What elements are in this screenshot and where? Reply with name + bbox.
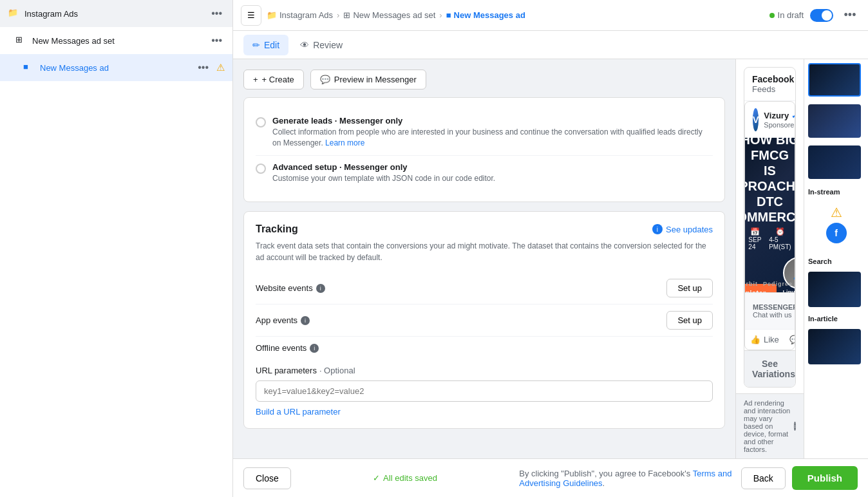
publish-button[interactable]: Publish (792, 466, 858, 490)
thumbnail-img-2 (808, 104, 861, 138)
website-events-label: Website events i (256, 283, 325, 293)
app-events-info-icon[interactable]: i (301, 316, 310, 325)
sponsor-logos: Mars Orbit Pedigree m&m's (745, 281, 795, 287)
chat-label: Chat with us (753, 311, 795, 319)
grid-icon: ⊞ (15, 35, 27, 46)
comment-action[interactable]: 💬 Comment (784, 330, 795, 350)
comment-icon: 💬 (789, 335, 795, 344)
learn-more-link[interactable]: Learn more (325, 138, 364, 147)
feed-label: Feeds (752, 84, 794, 94)
app-events-label: App events i (256, 315, 310, 325)
sidebar-item-ad[interactable]: ■ New Messages ad ••• ⚠ (0, 54, 232, 81)
back-button[interactable]: Back (741, 467, 786, 489)
radio-generate-leads[interactable] (256, 117, 266, 127)
preview-panel: Facebook Feeds ⤢ ••• (735, 59, 868, 458)
radio-desc: Collect information from people who are … (272, 127, 713, 149)
search-thumbnail-item[interactable] (804, 268, 868, 311)
sponsor-2: Orbit (745, 281, 758, 287)
calendar-icon: 📅 (750, 227, 760, 236)
offline-events-info-icon[interactable]: i (310, 344, 319, 353)
in-stream-label: In-stream (808, 188, 864, 196)
review-tab-icon: 👁 (300, 40, 309, 50)
fb-post-footer: 👍 Like 💬 Comment ↗ (745, 329, 795, 350)
top-nav: ☰ 📁 Instagram Ads › ⊞ New Messages ad se… (233, 0, 868, 31)
app-events-setup-button[interactable]: Set up (666, 311, 713, 330)
toggle-switch[interactable] (810, 9, 833, 22)
sidebar: 📁 Instagram Ads ••• ⊞ New Messages ad se… (0, 0, 233, 497)
nav-more-button[interactable]: ••• (840, 5, 860, 26)
radio-option-content: Generate leads · Messenger only Collect … (272, 116, 713, 149)
webinar-title: HOW BIG FMCGIS APPROACHINGDTC COMMERCE? (745, 138, 795, 225)
thumbnail-3[interactable] (804, 142, 868, 183)
article-thumbnail-item[interactable] (804, 325, 868, 368)
sidebar-item-instagram-ads[interactable]: 📁 Instagram Ads ••• (0, 0, 232, 27)
website-events-setup-button[interactable]: Set up (666, 279, 713, 297)
close-button[interactable]: Close (243, 467, 291, 489)
expand-preview-button[interactable]: ⤢ (794, 75, 796, 94)
search-section-label: Search (804, 254, 868, 268)
tracking-title: Tracking (256, 223, 298, 235)
tracking-card: Tracking i See updates Track event data … (243, 211, 725, 429)
breadcrumb-separator-2: › (439, 10, 442, 20)
url-params-section: URL parameters · Optional Build a URL pa… (256, 366, 713, 417)
radio-label: Generate leads · Messenger only (272, 116, 713, 126)
in-stream-section: In-stream ⚠ f (804, 183, 868, 254)
like-action[interactable]: 👍 Like (745, 330, 784, 350)
collapse-icon: ☰ (247, 10, 255, 20)
offline-events-label: Offline events i (256, 343, 713, 353)
see-updates-button[interactable]: i See updates (652, 224, 713, 234)
draft-dot (769, 13, 775, 18)
verified-icon: ✓ (791, 111, 795, 120)
see-variations-button[interactable]: See Variations (744, 350, 795, 387)
fb-sponsored: Sponsored 🌐 (764, 120, 795, 129)
search-thumbnail (808, 272, 861, 307)
generate-leads-option[interactable]: Generate leads · Messenger only Collect … (256, 109, 713, 156)
radio-advanced-setup[interactable] (256, 164, 266, 174)
app-events-row: App events i Set up (256, 305, 713, 337)
grid-breadcrumb-icon: ⊞ (343, 10, 350, 20)
advanced-setup-option[interactable]: Advanced setup · Messenger only Customis… (256, 156, 713, 191)
build-url-link[interactable]: Build a URL parameter (256, 407, 341, 417)
tab-edit[interactable]: ✏ Edit (243, 35, 288, 55)
fb-post-header: V Vizury ✓ Sponsored (745, 102, 795, 138)
fb-post-info: Vizury ✓ Sponsored 🌐 (764, 111, 795, 129)
create-button[interactable]: + + Create (243, 70, 304, 89)
preview-wrapper: Facebook Feeds ⤢ ••• (736, 59, 868, 458)
sponsor-3: Pedigree (763, 281, 793, 287)
collapse-button[interactable]: ☰ (241, 5, 261, 26)
preview-content: Facebook Feeds ⤢ ••• (736, 59, 804, 393)
radio-label-2: Advanced setup · Messenger only (272, 162, 495, 172)
website-events-info-icon[interactable]: i (316, 284, 325, 293)
fb-avatar: V (753, 108, 759, 131)
sidebar-item-ad-set[interactable]: ⊞ New Messages ad set ••• (0, 27, 232, 54)
url-params-optional: · Optional (319, 366, 355, 375)
date-label: SEP 24 (748, 236, 761, 250)
thumbnail-2[interactable] (804, 100, 868, 142)
offline-events-row: Offline events i (256, 337, 713, 366)
fb-poster-name: Vizury ✓ (764, 111, 795, 120)
content-area: ☰ 📁 Instagram Ads › ⊞ New Messages ad se… (233, 0, 868, 497)
edit-review-tabs: ✏ Edit 👁 Review (233, 31, 868, 59)
action-buttons: + + Create 💬 Preview in Messenger (243, 70, 725, 89)
footer-info-icon: i (794, 422, 796, 431)
more-icon[interactable]: ••• (209, 6, 225, 21)
tab-review[interactable]: 👁 Review (291, 35, 352, 55)
more-icon[interactable]: ••• (209, 33, 225, 48)
main-split: + + Create 💬 Preview in Messenger Genera… (233, 59, 868, 458)
saved-status: ✓ All edits saved (297, 473, 513, 483)
more-icon[interactable]: ••• (195, 61, 211, 75)
thumbnails-panel: In-stream ⚠ f Search In-article (804, 59, 868, 458)
preview-messenger-button[interactable]: 💬 Preview in Messenger (310, 70, 426, 89)
url-params-input[interactable] (256, 380, 713, 402)
square-icon: ■ (23, 62, 35, 73)
breadcrumb-root[interactable]: 📁 Instagram Ads (267, 10, 333, 20)
thumbnail-1[interactable] (804, 59, 868, 100)
clock-icon: ⏰ (775, 227, 785, 236)
placement-info: Facebook Feeds (752, 74, 794, 94)
in-stream-warning: ⚠ f (808, 200, 864, 248)
breadcrumb-adset[interactable]: ⊞ New Messages ad set (343, 10, 435, 20)
nav-right: In draft ••• (769, 5, 860, 26)
folder-breadcrumb-icon: 📁 (267, 10, 277, 20)
preview-main: Facebook Feeds ⤢ ••• (736, 59, 804, 458)
tracking-description: Track event data sets that contain the c… (256, 240, 713, 263)
